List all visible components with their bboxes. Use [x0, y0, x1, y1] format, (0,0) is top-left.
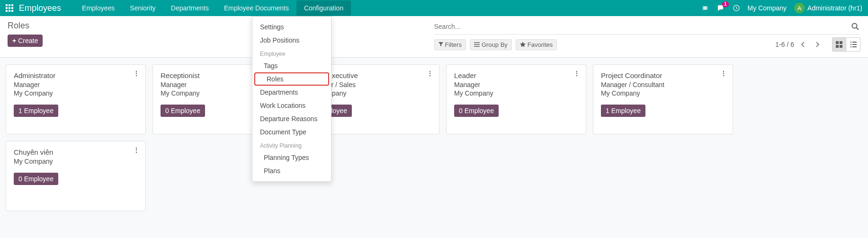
star-icon — [520, 42, 526, 47]
dd-document-type[interactable]: Document Type — [252, 125, 331, 139]
debug-icon[interactable] — [701, 4, 709, 12]
dd-settings[interactable]: Settings — [252, 20, 331, 34]
role-card[interactable]: ⋮ Chuyên viên My Company 0 Employee — [6, 141, 146, 211]
activity-icon[interactable] — [733, 4, 740, 12]
company-selector[interactable]: My Company — [748, 4, 787, 12]
nav-menu: Employees Seniority Departments Employee… — [74, 0, 351, 16]
dd-departure-reasons[interactable]: Departure Reasons — [252, 112, 331, 125]
favorites-button[interactable]: Favorites — [516, 39, 557, 50]
dd-job-positions[interactable]: Job Positions — [252, 34, 331, 47]
card-menu-icon[interactable]: ⋮ — [133, 70, 140, 77]
chevron-right-icon — [815, 41, 820, 48]
create-button[interactable]: Create — [8, 35, 43, 47]
card-line3: My Company — [14, 158, 138, 165]
employee-count-badge[interactable]: 0 Employee — [161, 105, 205, 117]
card-menu-icon[interactable]: ⋮ — [133, 146, 140, 154]
control-panel: Roles Create Filters Group By — [0, 16, 868, 58]
svg-rect-23 — [840, 41, 842, 44]
filters-button[interactable]: Filters — [434, 39, 466, 50]
search-input[interactable] — [434, 21, 850, 32]
svg-rect-7 — [9, 10, 10, 12]
filters-label: Filters — [445, 41, 462, 48]
pager-next[interactable] — [812, 39, 823, 50]
dd-work-locations[interactable]: Work Locations — [252, 99, 331, 112]
svg-line-14 — [703, 9, 704, 10]
card-line3: My Company — [454, 89, 578, 97]
dd-roles[interactable]: Roles — [254, 72, 329, 86]
search-icon[interactable] — [850, 21, 860, 32]
notif-badge: 1 — [722, 1, 729, 7]
employee-count-badge[interactable]: 0 Employee — [14, 173, 58, 185]
svg-rect-0 — [6, 4, 8, 6]
user-menu[interactable]: A Administrator (hr1) — [794, 3, 862, 13]
list-view-button[interactable] — [846, 37, 860, 52]
card-title: Chuyên viên — [14, 148, 138, 156]
dd-planning-types[interactable]: Planning Types — [252, 151, 331, 164]
pager-prev[interactable] — [798, 39, 808, 50]
dd-header-activity: Activity Planning — [252, 139, 331, 151]
svg-line-12 — [703, 6, 704, 7]
svg-rect-3 — [6, 7, 8, 9]
card-title: Project Coordinator — [601, 71, 725, 79]
card-line2: Manager — [454, 81, 578, 88]
avatar: A — [794, 3, 805, 13]
svg-point-17 — [852, 24, 857, 28]
kanban-icon — [836, 41, 842, 48]
employee-count-badge[interactable]: 1 Employee — [14, 105, 58, 117]
role-card[interactable]: ⋮ Project Coordinator Manager / Consulta… — [593, 64, 733, 134]
card-title: Administrator — [14, 71, 138, 79]
svg-line-13 — [706, 6, 707, 7]
user-name: Administrator (hr1) — [807, 4, 862, 12]
groupby-button[interactable]: Group By — [470, 39, 512, 50]
svg-rect-1 — [9, 4, 10, 6]
groupby-label: Group By — [482, 41, 508, 48]
svg-rect-2 — [11, 4, 13, 6]
svg-rect-6 — [6, 10, 8, 12]
list-view-icon — [850, 41, 857, 48]
configuration-dropdown: Settings Job Positions Employee Tags Rol… — [252, 16, 331, 182]
app-brand[interactable]: Employees — [19, 3, 61, 13]
list-icon — [474, 42, 480, 47]
nav-departments[interactable]: Departments — [163, 0, 216, 16]
svg-line-18 — [857, 28, 859, 30]
nav-employees[interactable]: Employees — [74, 0, 122, 16]
role-card[interactable]: ⋮ Administrator Manager My Company 1 Emp… — [6, 64, 146, 134]
navbar: Employees Employees Seniority Department… — [0, 0, 868, 16]
svg-rect-4 — [9, 7, 10, 9]
card-line3: My Company — [14, 89, 138, 97]
kanban-area: ⋮ Administrator Manager My Company 1 Emp… — [0, 58, 868, 218]
svg-point-28 — [850, 44, 851, 45]
svg-line-15 — [706, 9, 707, 10]
nav-seniority[interactable]: Seniority — [122, 0, 163, 16]
svg-rect-22 — [836, 41, 839, 44]
svg-point-26 — [850, 42, 851, 43]
pager-text[interactable]: 1-6 / 6 — [775, 41, 794, 48]
card-title: Leader — [454, 71, 578, 79]
nav-configuration[interactable]: Configuration — [296, 0, 351, 16]
employee-count-badge[interactable]: 0 Employee — [454, 105, 499, 117]
card-menu-icon[interactable]: ⋮ — [720, 70, 727, 77]
page-title: Roles — [8, 21, 434, 31]
svg-rect-5 — [11, 7, 13, 9]
kanban-view-button[interactable] — [832, 37, 846, 52]
svg-point-30 — [850, 46, 851, 47]
nav-employee-documents[interactable]: Employee Documents — [216, 0, 296, 16]
funnel-icon — [438, 42, 443, 47]
dd-departments[interactable]: Departments — [252, 86, 331, 99]
card-line2: Manager / Consultant — [601, 81, 725, 88]
role-card[interactable]: ⋮ Leader Manager My Company 0 Employee — [446, 64, 586, 134]
messages-icon[interactable]: 1 — [716, 4, 725, 12]
dd-header-employee: Employee — [252, 47, 331, 59]
employee-count-badge[interactable]: 1 Employee — [601, 105, 645, 117]
card-line2: Manager — [14, 81, 138, 88]
svg-rect-25 — [840, 45, 842, 48]
svg-rect-8 — [11, 10, 13, 12]
card-line3: My Company — [601, 89, 725, 97]
card-menu-icon[interactable]: ⋮ — [573, 70, 580, 77]
svg-rect-24 — [836, 45, 839, 48]
dd-tags[interactable]: Tags — [252, 59, 331, 72]
navbar-right: 1 My Company A Administrator (hr1) — [701, 3, 862, 13]
card-menu-icon[interactable]: ⋮ — [427, 70, 433, 77]
dd-plans[interactable]: Plans — [252, 164, 331, 177]
apps-icon[interactable] — [6, 4, 13, 12]
